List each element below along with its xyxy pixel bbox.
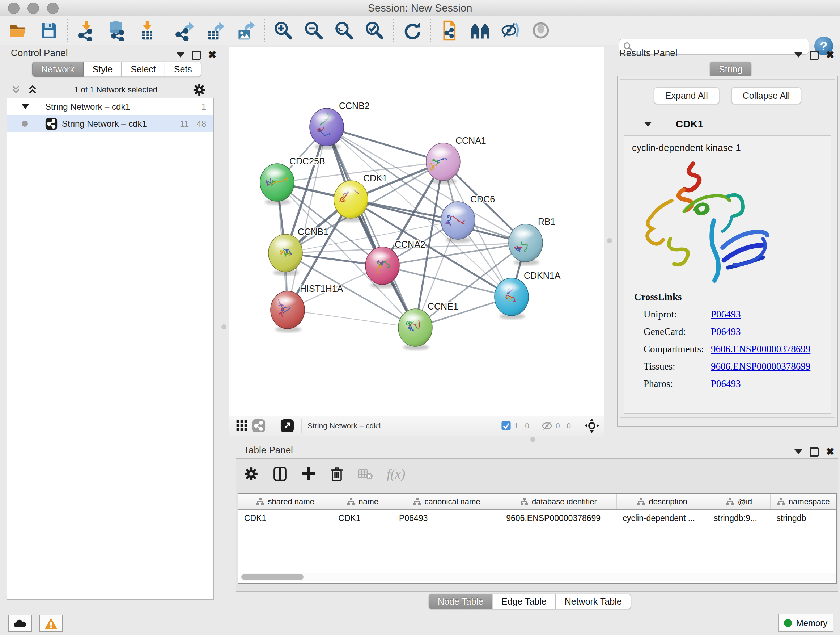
birds-eye-toggle-icon[interactable] — [583, 417, 601, 434]
column-header-description[interactable]: description — [617, 494, 707, 509]
crosslink-label: Compartments: — [634, 344, 711, 355]
control-panel-menu-icon[interactable] — [177, 52, 185, 57]
edge-CCNA2-CDKN1A[interactable] — [382, 266, 512, 297]
column-header-sharedname[interactable]: shared name — [238, 494, 332, 509]
edge-HIST1H1A-CCNE1[interactable] — [287, 310, 415, 328]
zoom-out-icon[interactable] — [303, 20, 324, 41]
table-panel-close-icon[interactable]: ✖ — [826, 447, 834, 457]
selected-checkbox-icon[interactable] — [501, 421, 511, 431]
open-session-icon[interactable] — [8, 20, 29, 41]
bottom-splitter-handle[interactable] — [531, 437, 535, 442]
network-status-dot — [22, 120, 28, 127]
table-cell: 9606.ENSP00000378699 — [500, 510, 617, 527]
node-CCNB1[interactable] — [268, 234, 302, 276]
node-CDKN1A[interactable] — [494, 278, 529, 319]
cdk1-collapse-icon[interactable] — [644, 122, 652, 127]
crosslink-link[interactable]: P06493 — [711, 326, 741, 337]
node-CCNA1[interactable] — [426, 143, 460, 184]
column-header-name[interactable]: name — [332, 494, 393, 509]
network-canvas[interactable]: CCNB2CCNA1CDC25BCDK1CDC6RB1CCNB1CCNA2CDK… — [229, 47, 604, 416]
crosslink-link[interactable]: 9606.ENSP00000378699 — [711, 361, 810, 372]
network-tree-row[interactable]: String Network – cdk11 — [7, 98, 213, 115]
delete-column-trash-icon[interactable] — [330, 466, 344, 481]
node-HIST1H1A[interactable] — [271, 291, 305, 333]
table-row[interactable]: CDK1CDK1P064939606.ENSP00000378699cyclin… — [238, 510, 836, 527]
node-label-CDC6: CDC6 — [470, 194, 495, 204]
export-image-icon[interactable] — [235, 20, 256, 41]
control-panel-float-icon[interactable] — [192, 51, 201, 60]
table-panel-menu-icon[interactable] — [794, 449, 802, 454]
collapse-all-networks-icon[interactable] — [11, 84, 22, 95]
import-network-icon[interactable] — [76, 20, 97, 41]
column-header-databaseidentifier[interactable]: database identifier — [500, 494, 617, 509]
crosslink-label: GeneCard: — [634, 326, 711, 337]
cloud-button[interactable] — [8, 615, 32, 632]
save-session-icon[interactable] — [38, 20, 59, 41]
tab-style[interactable]: Style — [84, 62, 122, 77]
zoom-in-icon[interactable] — [273, 20, 294, 41]
edge-CCNB2-CCNE1[interactable] — [327, 127, 415, 328]
network-options-gear-icon[interactable] — [193, 83, 206, 97]
column-header-canonicalname[interactable]: canonical name — [393, 494, 500, 509]
network-count: 1 — [202, 102, 206, 112]
edge-CCNB2-HIST1H1A[interactable] — [287, 127, 327, 310]
open-document-share-icon[interactable] — [439, 20, 460, 41]
collapse-all-button[interactable]: Collapse All — [731, 87, 801, 104]
node-CCNE1[interactable] — [398, 309, 432, 350]
tab-node-table[interactable]: Node Table — [429, 594, 493, 609]
node-RB1[interactable] — [508, 224, 543, 265]
network-tree-row[interactable]: String Network – cdk11148 — [7, 115, 213, 132]
control-panel-close-icon[interactable]: ✖ — [208, 50, 216, 60]
results-panel-menu-icon[interactable] — [794, 52, 802, 57]
tab-select[interactable]: Select — [122, 62, 164, 77]
crosslink-link[interactable]: P06493 — [711, 309, 741, 320]
network-share-icon[interactable] — [250, 417, 267, 434]
column-header-namespace[interactable]: namespace — [771, 494, 836, 509]
left-splitter-handle[interactable] — [221, 325, 226, 329]
table-options-gear-icon[interactable] — [243, 466, 259, 481]
show-columns-icon[interactable] — [272, 466, 287, 481]
node-CDC25B[interactable] — [260, 164, 294, 205]
function-builder-icon: f(x) — [387, 466, 405, 482]
warning-button[interactable] — [39, 615, 63, 632]
zoom-fit-icon[interactable] — [333, 20, 355, 41]
results-panel-float-icon[interactable] — [810, 51, 819, 60]
tab-edge-table[interactable]: Edge Table — [493, 594, 556, 609]
results-panel-close-icon[interactable]: ✖ — [826, 50, 834, 60]
node-CCNB2[interactable] — [309, 108, 344, 149]
show-all-icon[interactable] — [531, 20, 551, 41]
tab-sets[interactable]: Sets — [165, 62, 201, 77]
expand-all-networks-icon[interactable] — [27, 84, 39, 95]
export-table-icon[interactable] — [205, 20, 226, 41]
search-network-icon[interactable] — [470, 20, 491, 41]
birds-eye-grid-icon[interactable] — [234, 417, 250, 434]
table-scrollbar-thumb[interactable] — [241, 574, 303, 580]
right-splitter-handle[interactable] — [607, 238, 612, 243]
node-CCNA2[interactable] — [365, 247, 399, 288]
tab-string[interactable]: String — [710, 62, 752, 77]
node-label-CCNB1: CCNB1 — [298, 226, 328, 237]
column-header-id[interactable]: @id — [708, 494, 771, 509]
export-network-icon[interactable] — [174, 20, 195, 41]
hidden-count-badge: 0 - 0 — [556, 421, 571, 430]
tree-expander-icon[interactable] — [22, 104, 29, 109]
memory-button[interactable]: Memory — [778, 614, 833, 632]
crosslink-link[interactable]: 9606.ENSP00000378699 — [711, 344, 810, 355]
crosslink-link[interactable]: P06493 — [711, 378, 741, 390]
tab-network-table[interactable]: Network Table — [556, 594, 631, 609]
open-in-new-window-icon[interactable] — [279, 417, 295, 434]
table-horizontal-scrollbar[interactable] — [240, 573, 837, 581]
import-network-database-icon[interactable] — [106, 20, 127, 41]
table-cell: CDK1 — [332, 510, 393, 527]
table-panel-float-icon[interactable] — [810, 448, 819, 456]
tab-network[interactable]: Network — [32, 62, 84, 77]
refresh-icon[interactable] — [401, 20, 423, 41]
zoom-selected-icon[interactable] — [364, 20, 385, 41]
network-selection-status: 1 of 1 Network selected — [39, 85, 193, 95]
expand-all-button[interactable]: Expand All — [654, 87, 719, 104]
hide-selected-icon[interactable] — [500, 20, 521, 41]
column-header-label: canonical name — [425, 497, 480, 507]
import-table-icon[interactable] — [137, 20, 158, 41]
edge-CCNB2-CCNA1[interactable] — [327, 127, 443, 162]
create-column-plus-icon[interactable] — [302, 467, 316, 481]
